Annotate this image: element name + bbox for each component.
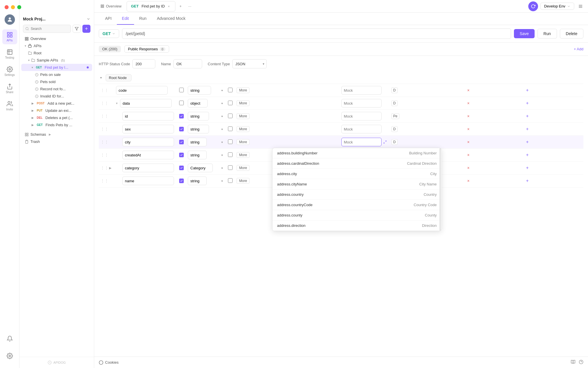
mock-input-city[interactable] [341, 138, 382, 146]
required-checkbox-data[interactable] [179, 101, 184, 105]
rail-item-apis[interactable]: APIs [2, 29, 17, 44]
expand-arrow-category[interactable]: ▶ [109, 166, 111, 170]
mock-input-code[interactable] [341, 86, 382, 95]
field-name-input-category[interactable] [122, 164, 174, 172]
extra-checkbox-data[interactable] [228, 101, 233, 105]
add-button-name[interactable]: + [524, 178, 530, 184]
add-button-category[interactable]: + [524, 165, 530, 171]
required-checkbox-city[interactable] [179, 140, 184, 144]
delete-button-city[interactable]: × [465, 139, 471, 145]
autocomplete-item[interactable]: address.countryCode Country Code [272, 200, 441, 210]
more-button-sex[interactable]: More [237, 126, 249, 132]
delete-button-data[interactable]: × [465, 100, 471, 106]
rail-item-share[interactable]: Share [2, 81, 17, 96]
method-select[interactable]: GET [99, 29, 119, 38]
tab-close-button[interactable]: × [167, 4, 171, 9]
drag-handle[interactable]: ⋮⋮ [100, 88, 109, 93]
rail-item-settings[interactable]: Settings [2, 64, 17, 79]
type-select-data[interactable]: objectstring [188, 99, 208, 108]
tab-more-button[interactable]: ··· [186, 2, 194, 10]
extra-checkbox-id[interactable] [228, 114, 233, 118]
sidebar-item-pets-sold[interactable]: Pets sold [21, 78, 92, 85]
save-button[interactable]: Save [514, 29, 535, 38]
type-select-name[interactable]: string [188, 177, 207, 185]
field-name-input-name[interactable] [122, 177, 174, 185]
expand-arrow-data[interactable]: ▾ [116, 101, 118, 105]
more-button-data[interactable]: More [237, 100, 249, 106]
sidebar-item-add-pet[interactable]: ▶ POST Add a new pet... [21, 100, 92, 107]
add-button-id[interactable]: + [524, 113, 530, 119]
d-button-city[interactable]: D [391, 139, 398, 145]
delete-button-sex[interactable]: × [465, 126, 471, 132]
run-button[interactable]: Run [537, 29, 557, 39]
refresh-button[interactable] [528, 1, 538, 11]
sidebar-item-apis[interactable]: ▾ APIs [21, 42, 92, 49]
sidebar-item-record-not[interactable]: Record not fo... [21, 85, 92, 93]
extra-checkbox-name[interactable] [228, 178, 233, 183]
add-button-code[interactable]: + [524, 87, 530, 93]
traffic-light-yellow[interactable] [11, 5, 15, 9]
add-button-data[interactable]: + [524, 100, 530, 106]
extra-checkbox-createdat[interactable] [228, 152, 233, 157]
required-checkbox-id[interactable] [179, 114, 184, 118]
field-name-input-code[interactable] [116, 86, 168, 95]
sidebar-item-delete-pet[interactable]: ▶ DEL Deletes a pet (... [21, 114, 92, 121]
d-button-id[interactable]: Pe [391, 113, 400, 119]
content-tab-api[interactable]: API [100, 13, 117, 25]
tab-add-button[interactable]: + [177, 2, 185, 10]
drag-handle[interactable]: ⋮⋮ [100, 153, 109, 157]
drag-handle[interactable]: ⋮⋮ [100, 127, 109, 131]
delete-button-category[interactable]: × [465, 165, 471, 171]
url-input[interactable] [122, 28, 511, 39]
drag-handle[interactable]: ⋮⋮ [100, 166, 109, 170]
type-select-city[interactable]: string [188, 138, 207, 146]
sidebar-item-find-pet[interactable]: ▾ GET Find pet by I... [21, 64, 92, 71]
more-button-createdat[interactable]: More [237, 152, 249, 158]
autocomplete-item[interactable]: address.buildingNumber Building Number [272, 148, 441, 158]
sidebar-item-finds-pets[interactable]: ▶ GET Finds Pets by ... [21, 121, 92, 129]
search-input[interactable] [23, 25, 71, 33]
rail-item-gear[interactable] [2, 348, 17, 363]
delete-button-createdat[interactable]: × [465, 152, 471, 158]
type-select-code[interactable]: stringintegerbooleanobject [188, 86, 211, 95]
mock-input-id[interactable] [341, 112, 382, 120]
rail-item-invite[interactable]: Invite [2, 98, 17, 113]
autocomplete-item[interactable]: address.cityName City Name [272, 179, 441, 189]
name-input[interactable] [173, 59, 202, 68]
filter-button[interactable] [73, 25, 81, 33]
extra-checkbox-sex[interactable] [228, 126, 233, 131]
autocomplete-item[interactable]: address.county County [272, 210, 441, 221]
autocomplete-item[interactable]: address.direction Direction [272, 221, 441, 231]
delete-button[interactable]: Delete [560, 29, 583, 39]
sidebar-item-update-pet[interactable]: ▶ PUT Update an exi... [21, 107, 92, 114]
rail-item-notifications[interactable] [2, 331, 17, 346]
field-name-input-city[interactable] [122, 138, 174, 146]
extra-checkbox-city[interactable] [228, 139, 233, 144]
drag-handle[interactable]: ⋮⋮ [100, 179, 109, 183]
type-select-createdat[interactable]: string [188, 151, 207, 159]
required-checkbox-category[interactable] [179, 166, 184, 170]
tab-overview[interactable]: Overview [96, 1, 125, 12]
delete-button-code[interactable]: × [465, 87, 471, 93]
tab-find-pet[interactable]: GET Find pet by ID × [127, 1, 175, 12]
required-checkbox-sex[interactable] [179, 127, 184, 131]
drag-handle[interactable]: ⋮⋮ [100, 114, 109, 118]
add-button-city[interactable]: + [524, 139, 530, 145]
type-select-id[interactable]: stringinteger [188, 112, 209, 120]
sidebar-item-sample-apis[interactable]: ▾ Sample APIs (5) [21, 57, 92, 64]
drag-handle[interactable]: ⋮⋮ [100, 140, 109, 144]
hamburger-button[interactable] [577, 2, 585, 10]
add-response-button[interactable]: + Add [574, 47, 583, 51]
env-selector[interactable]: Develop Env [540, 3, 574, 10]
avatar[interactable] [5, 14, 15, 25]
more-button-id[interactable]: More [237, 113, 249, 119]
d-button-data[interactable]: D [391, 100, 398, 106]
add-button-createdat[interactable]: + [524, 152, 530, 158]
root-toggle-arrow[interactable]: ▾ [99, 76, 103, 80]
more-button-name[interactable]: More [237, 178, 249, 184]
extra-checkbox-code[interactable] [228, 88, 233, 92]
type-select-category[interactable]: Categorystringobject [188, 164, 213, 172]
autocomplete-item[interactable]: address.country Country [272, 189, 441, 200]
http-status-input[interactable] [132, 59, 155, 68]
sidebar-item-pets-sale[interactable]: Pets on sale [21, 71, 92, 78]
